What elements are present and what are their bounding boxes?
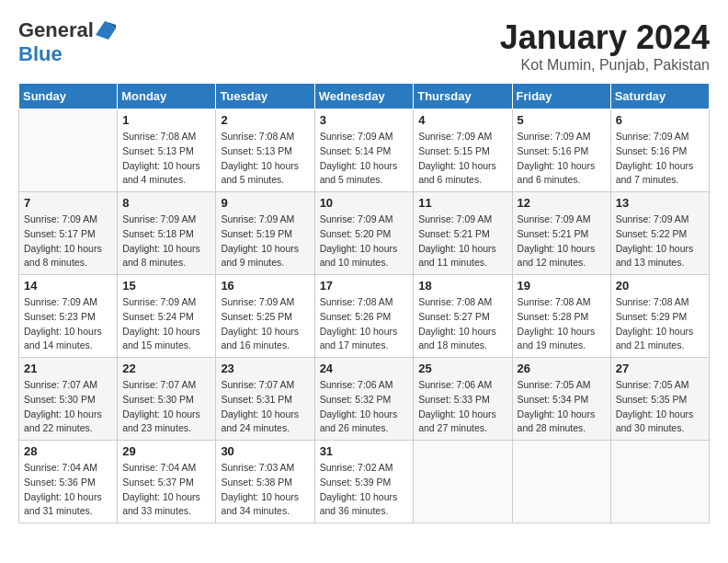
page-title: January 2024 bbox=[500, 18, 710, 57]
day-number: 16 bbox=[221, 279, 309, 293]
logo-general: General bbox=[18, 18, 94, 42]
sun-info: Sunrise: 7:09 AMSunset: 5:17 PMDaylight:… bbox=[24, 213, 112, 270]
calendar-cell: 19Sunrise: 7:08 AMSunset: 5:28 PMDayligh… bbox=[512, 275, 610, 358]
calendar-cell: 7Sunrise: 7:09 AMSunset: 5:17 PMDaylight… bbox=[19, 192, 118, 275]
calendar-table: SundayMondayTuesdayWednesdayThursdayFrid… bbox=[18, 83, 710, 523]
calendar-body: 1Sunrise: 7:08 AMSunset: 5:13 PMDaylight… bbox=[19, 109, 710, 523]
calendar-cell: 11Sunrise: 7:09 AMSunset: 5:21 PMDayligh… bbox=[414, 192, 512, 275]
calendar-cell bbox=[512, 441, 610, 523]
day-number: 13 bbox=[616, 196, 704, 210]
calendar-cell bbox=[414, 441, 512, 523]
calendar-cell: 22Sunrise: 7:07 AMSunset: 5:30 PMDayligh… bbox=[118, 358, 216, 441]
sun-info: Sunrise: 7:09 AMSunset: 5:15 PMDaylight:… bbox=[418, 130, 506, 188]
sun-info: Sunrise: 7:08 AMSunset: 5:26 PMDaylight:… bbox=[320, 295, 409, 353]
sun-info: Sunrise: 7:06 AMSunset: 5:33 PMDaylight:… bbox=[418, 378, 506, 436]
day-number: 4 bbox=[418, 113, 506, 127]
sun-info: Sunrise: 7:09 AMSunset: 5:18 PMDaylight:… bbox=[122, 213, 210, 270]
calendar-cell: 14Sunrise: 7:09 AMSunset: 5:23 PMDayligh… bbox=[19, 275, 118, 358]
logo-blue: Blue bbox=[18, 42, 63, 65]
day-number: 23 bbox=[221, 362, 309, 375]
day-number: 19 bbox=[518, 279, 606, 293]
day-number: 5 bbox=[518, 113, 606, 127]
calendar-week-row: 28Sunrise: 7:04 AMSunset: 5:36 PMDayligh… bbox=[19, 441, 710, 523]
calendar-header: SundayMondayTuesdayWednesdayThursdayFrid… bbox=[19, 84, 710, 109]
calendar-cell: 28Sunrise: 7:04 AMSunset: 5:36 PMDayligh… bbox=[19, 441, 118, 523]
day-number: 2 bbox=[221, 113, 309, 127]
day-number: 15 bbox=[122, 279, 210, 293]
day-number: 12 bbox=[518, 196, 606, 210]
sun-info: Sunrise: 7:08 AMSunset: 5:13 PMDaylight:… bbox=[122, 130, 210, 188]
day-number: 14 bbox=[24, 279, 112, 293]
sun-info: Sunrise: 7:05 AMSunset: 5:34 PMDaylight:… bbox=[518, 378, 606, 436]
calendar-cell: 5Sunrise: 7:09 AMSunset: 5:16 PMDaylight… bbox=[512, 109, 610, 192]
day-number: 18 bbox=[418, 279, 506, 293]
calendar-week-row: 14Sunrise: 7:09 AMSunset: 5:23 PMDayligh… bbox=[19, 275, 710, 358]
day-number: 31 bbox=[320, 444, 409, 458]
title-block: January 2024 Kot Mumin, Punjab, Pakistan bbox=[500, 18, 710, 74]
calendar-cell: 26Sunrise: 7:05 AMSunset: 5:34 PMDayligh… bbox=[512, 358, 610, 441]
sun-info: Sunrise: 7:08 AMSunset: 5:13 PMDaylight:… bbox=[221, 130, 309, 188]
calendar-cell: 4Sunrise: 7:09 AMSunset: 5:15 PMDaylight… bbox=[414, 109, 512, 192]
page-header: General Blue January 2024 Kot Mumin, Pun… bbox=[18, 18, 710, 74]
calendar-week-row: 7Sunrise: 7:09 AMSunset: 5:17 PMDaylight… bbox=[19, 192, 710, 275]
header-day-tuesday: Tuesday bbox=[216, 84, 314, 109]
calendar-cell: 24Sunrise: 7:06 AMSunset: 5:32 PMDayligh… bbox=[314, 358, 414, 441]
sun-info: Sunrise: 7:02 AMSunset: 5:39 PMDaylight:… bbox=[320, 461, 409, 519]
sun-info: Sunrise: 7:08 AMSunset: 5:28 PMDaylight:… bbox=[518, 295, 606, 353]
day-number: 6 bbox=[616, 113, 704, 127]
calendar-cell: 27Sunrise: 7:05 AMSunset: 5:35 PMDayligh… bbox=[610, 358, 709, 441]
day-number: 10 bbox=[320, 196, 409, 210]
calendar-header-row: SundayMondayTuesdayWednesdayThursdayFrid… bbox=[19, 84, 710, 109]
header-day-wednesday: Wednesday bbox=[314, 84, 414, 109]
calendar-cell: 10Sunrise: 7:09 AMSunset: 5:20 PMDayligh… bbox=[314, 192, 414, 275]
day-number: 17 bbox=[320, 279, 409, 293]
day-number: 28 bbox=[24, 444, 112, 458]
calendar-cell: 6Sunrise: 7:09 AMSunset: 5:16 PMDaylight… bbox=[610, 109, 709, 192]
day-number: 11 bbox=[418, 196, 506, 210]
calendar-cell: 25Sunrise: 7:06 AMSunset: 5:33 PMDayligh… bbox=[414, 358, 512, 441]
day-number: 27 bbox=[616, 362, 704, 375]
day-number: 1 bbox=[122, 113, 210, 127]
calendar-cell bbox=[610, 441, 709, 523]
calendar-cell: 9Sunrise: 7:09 AMSunset: 5:19 PMDaylight… bbox=[216, 192, 314, 275]
header-day-friday: Friday bbox=[512, 84, 610, 109]
calendar-cell: 20Sunrise: 7:08 AMSunset: 5:29 PMDayligh… bbox=[610, 275, 709, 358]
sun-info: Sunrise: 7:09 AMSunset: 5:16 PMDaylight:… bbox=[518, 130, 606, 188]
sun-info: Sunrise: 7:05 AMSunset: 5:35 PMDaylight:… bbox=[616, 378, 704, 436]
sun-info: Sunrise: 7:03 AMSunset: 5:38 PMDaylight:… bbox=[221, 461, 309, 519]
calendar-week-row: 21Sunrise: 7:07 AMSunset: 5:30 PMDayligh… bbox=[19, 358, 710, 441]
calendar-cell: 2Sunrise: 7:08 AMSunset: 5:13 PMDaylight… bbox=[216, 109, 314, 192]
page-subtitle: Kot Mumin, Punjab, Pakistan bbox=[500, 57, 710, 74]
day-number: 22 bbox=[122, 362, 210, 375]
day-number: 30 bbox=[221, 444, 309, 458]
day-number: 21 bbox=[24, 362, 112, 375]
day-number: 8 bbox=[122, 196, 210, 210]
sun-info: Sunrise: 7:04 AMSunset: 5:36 PMDaylight:… bbox=[24, 461, 112, 519]
day-number: 20 bbox=[616, 279, 704, 293]
calendar-cell: 31Sunrise: 7:02 AMSunset: 5:39 PMDayligh… bbox=[314, 441, 414, 523]
sun-info: Sunrise: 7:06 AMSunset: 5:32 PMDaylight:… bbox=[320, 378, 409, 436]
calendar-cell: 1Sunrise: 7:08 AMSunset: 5:13 PMDaylight… bbox=[118, 109, 216, 192]
day-number: 29 bbox=[122, 444, 210, 458]
header-day-thursday: Thursday bbox=[414, 84, 512, 109]
sun-info: Sunrise: 7:09 AMSunset: 5:22 PMDaylight:… bbox=[616, 213, 704, 270]
calendar-cell: 18Sunrise: 7:08 AMSunset: 5:27 PMDayligh… bbox=[414, 275, 512, 358]
sun-info: Sunrise: 7:09 AMSunset: 5:16 PMDaylight:… bbox=[616, 130, 704, 188]
sun-info: Sunrise: 7:09 AMSunset: 5:21 PMDaylight:… bbox=[418, 213, 506, 270]
sun-info: Sunrise: 7:08 AMSunset: 5:27 PMDaylight:… bbox=[418, 295, 506, 353]
header-day-monday: Monday bbox=[118, 84, 216, 109]
day-number: 9 bbox=[221, 196, 309, 210]
sun-info: Sunrise: 7:07 AMSunset: 5:31 PMDaylight:… bbox=[221, 378, 309, 436]
header-day-saturday: Saturday bbox=[610, 84, 709, 109]
sun-info: Sunrise: 7:09 AMSunset: 5:23 PMDaylight:… bbox=[24, 295, 112, 353]
logo-bird-icon bbox=[96, 21, 116, 40]
calendar-week-row: 1Sunrise: 7:08 AMSunset: 5:13 PMDaylight… bbox=[19, 109, 710, 192]
calendar-cell: 23Sunrise: 7:07 AMSunset: 5:31 PMDayligh… bbox=[216, 358, 314, 441]
calendar-cell bbox=[19, 109, 118, 192]
calendar-cell: 15Sunrise: 7:09 AMSunset: 5:24 PMDayligh… bbox=[118, 275, 216, 358]
sun-info: Sunrise: 7:09 AMSunset: 5:19 PMDaylight:… bbox=[221, 213, 309, 270]
sun-info: Sunrise: 7:09 AMSunset: 5:20 PMDaylight:… bbox=[320, 213, 409, 270]
logo: General Blue bbox=[18, 18, 116, 66]
calendar-cell: 3Sunrise: 7:09 AMSunset: 5:14 PMDaylight… bbox=[314, 109, 414, 192]
sun-info: Sunrise: 7:07 AMSunset: 5:30 PMDaylight:… bbox=[122, 378, 210, 436]
